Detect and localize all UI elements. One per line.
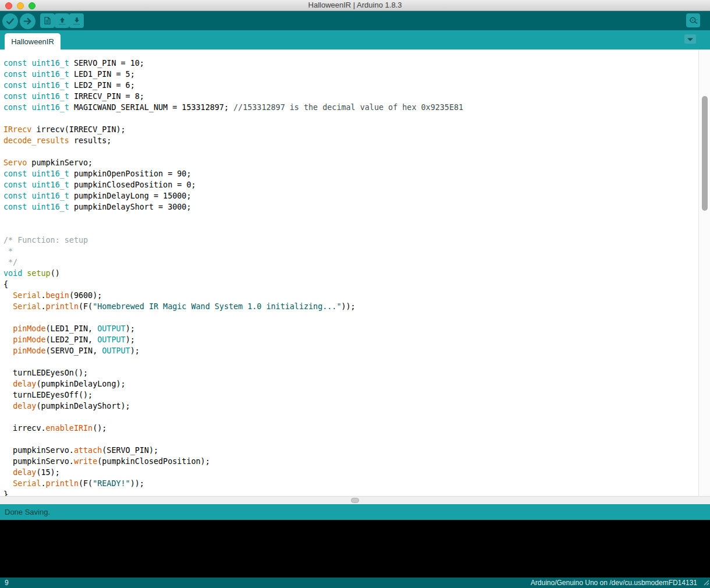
vertical-scrollbar-thumb[interactable] <box>702 96 708 211</box>
code-line: const uint16_t pumpkinDelayShort = 3000; <box>3 201 698 212</box>
vertical-scrollbar[interactable] <box>698 49 710 496</box>
tab-halloweenir[interactable]: HalloweenIR <box>5 33 61 49</box>
arduino-ide-window: HalloweenIR | Arduino 1.8.3 <box>0 0 710 588</box>
code-line: const uint16_t pumpkinOpenPosition = 90; <box>3 168 698 179</box>
code-line: } <box>3 489 698 496</box>
code-line <box>3 312 698 323</box>
code-line: { <box>3 279 698 290</box>
save-sketch-button[interactable] <box>69 13 84 28</box>
code-line: * <box>3 246 698 257</box>
window-title: HalloweenIR | Arduino 1.8.3 <box>0 0 710 11</box>
code-area: const uint16_t SERVO_PIN = 10;const uint… <box>0 49 698 496</box>
code-line: pinMode(LED1_PIN, OUTPUT); <box>3 323 698 334</box>
code-line: Serial.begin(9600); <box>3 290 698 301</box>
code-line: irrecv.enableIRIn(); <box>3 423 698 434</box>
check-icon <box>5 16 15 26</box>
code-line <box>3 224 698 235</box>
title-bar: HalloweenIR | Arduino 1.8.3 <box>0 0 710 11</box>
code-line: Serial.println(F("Homebrewed IR Magic Wa… <box>3 301 698 312</box>
status-message: Done Saving. <box>5 508 50 516</box>
code-line: turnLEDEyesOff(); <box>3 389 698 401</box>
code-line: const uint16_t MAGICWAND_SERIAL_NUM = 15… <box>3 102 698 113</box>
code-editor[interactable]: const uint16_t SERVO_PIN = 10;const uint… <box>0 49 710 496</box>
arrow-down-icon <box>72 16 81 26</box>
code-line: delay(pumpkinDelayShort); <box>3 401 698 412</box>
code-line <box>3 113 698 124</box>
upload-button[interactable] <box>20 13 36 29</box>
tab-bar: HalloweenIR <box>0 30 710 49</box>
code-line: Serial.println(F("READY!")); <box>3 478 698 489</box>
arrow-right-icon <box>23 16 33 26</box>
code-line: const uint16_t IRRECV_PIN = 8; <box>3 91 698 102</box>
code-line: IRrecv irrecv(IRRECV_PIN); <box>3 124 698 135</box>
code-line <box>3 212 698 224</box>
chevron-down-icon <box>687 34 694 44</box>
horizontal-scrollbar-thumb[interactable] <box>351 498 359 503</box>
code-line: /* Function: setup <box>3 235 698 246</box>
code-line: const uint16_t LED1_PIN = 5; <box>3 69 698 80</box>
code-line: const uint16_t pumpkinClosedPosition = 0… <box>3 179 698 190</box>
code-line: const uint16_t pumpkinDelayLong = 15000; <box>3 190 698 201</box>
new-sketch-button[interactable] <box>40 13 55 28</box>
resize-grip-icon[interactable] <box>702 578 709 587</box>
arrow-up-icon <box>58 16 67 26</box>
document-icon <box>43 16 52 25</box>
serial-monitor-button[interactable] <box>686 13 700 27</box>
code-line: const uint16_t LED2_PIN = 6; <box>3 80 698 91</box>
code-line <box>3 146 698 157</box>
tab-menu-button[interactable] <box>684 34 696 44</box>
board-port-info: Arduino/Genuino Uno on /dev/cu.usbmodemF… <box>531 578 697 588</box>
code-line: */ <box>3 257 698 268</box>
code-line: delay(pumpkinDelayLong); <box>3 378 698 389</box>
code-line: void setup() <box>3 268 698 279</box>
open-sketch-button[interactable] <box>55 13 69 28</box>
code-line <box>3 356 698 367</box>
code-line <box>3 412 698 423</box>
footer-bar: 9 Arduino/Genuino Uno on /dev/cu.usbmode… <box>0 578 710 588</box>
toolbar <box>0 11 710 30</box>
status-bar: Done Saving. <box>0 504 710 520</box>
code-line: const uint16_t SERVO_PIN = 10; <box>3 58 698 69</box>
code-line: pinMode(LED2_PIN, OUTPUT); <box>3 334 698 345</box>
horizontal-scrollbar[interactable] <box>0 496 710 504</box>
code-line: Servo pumpkinServo; <box>3 157 698 168</box>
current-line-number: 9 <box>5 578 9 588</box>
code-line: delay(15); <box>3 467 698 478</box>
tab-label: HalloweenIR <box>11 37 54 46</box>
code-line: pinMode(SERVO_PIN, OUTPUT); <box>3 345 698 356</box>
code-line: pumpkinServo.attach(SERVO_PIN); <box>3 445 698 456</box>
code-line: decode_results results; <box>3 135 698 146</box>
code-line: turnLEDEyesOn(); <box>3 367 698 378</box>
magnifier-icon <box>688 16 698 26</box>
code-line: pumpkinServo.write(pumpkinClosedPosition… <box>3 456 698 467</box>
verify-button[interactable] <box>2 13 18 29</box>
code-line <box>3 434 698 445</box>
console-output <box>0 520 710 578</box>
